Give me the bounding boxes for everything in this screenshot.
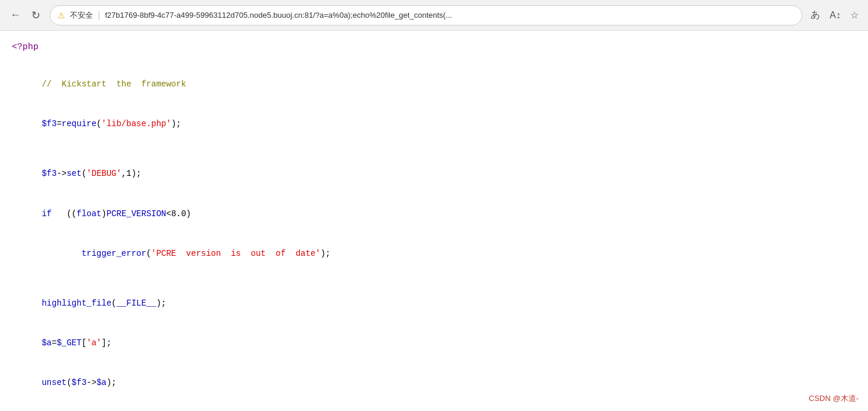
php-open-tag: <?php [12, 40, 856, 54]
lt-op: <8.0) [166, 209, 191, 219]
font-size-button[interactable]: A↕ [827, 8, 843, 23]
trigger-line: trigger_error('PCRE version is out of da… [12, 233, 856, 273]
bookmark-button[interactable]: ☆ [848, 7, 861, 23]
code-block: <?php // Kickstart the framework $f3=req… [12, 40, 856, 411]
set-fn: set [66, 169, 81, 178]
reload-button[interactable]: ↻ [27, 7, 44, 24]
nav-buttons: ← ↻ [7, 7, 44, 24]
assign-op: = [57, 119, 62, 129]
if-close: ) [101, 209, 106, 219]
comment-line: // Kickstart the framework [12, 65, 856, 104]
get-line: $a=$_GET['a']; [12, 323, 856, 362]
file-const: __FILE__ [116, 298, 156, 308]
unset-line: unset($f3->$a); [12, 363, 856, 403]
blank-line-4 [12, 403, 856, 411]
debug-string: 'DEBUG' [87, 169, 121, 178]
blank-line-3 [12, 273, 856, 283]
watermark: CSDN @木道- [809, 393, 859, 404]
arrow2: -> [87, 378, 97, 387]
blank-line-2 [12, 144, 856, 154]
get-bracket: [ [82, 338, 87, 348]
unset-kw: unset [41, 378, 66, 387]
address-separator: | [98, 10, 100, 21]
arrow1: -> [57, 169, 67, 178]
browser-actions: あ A↕ ☆ [808, 7, 861, 24]
get-end: ]; [101, 338, 111, 348]
browser-chrome: ← ↻ ⚠ 不安全 | f27b1769-8bf9-4c77-a499-5996… [0, 0, 868, 31]
trigger-fn: trigger_error [82, 249, 146, 258]
set-debug-line: $f3->set('DEBUG',1); [12, 154, 856, 194]
if-kw: if [41, 209, 52, 219]
highlight-fn: highlight_file [41, 298, 111, 308]
security-label: 不安全 [70, 10, 93, 21]
blank-line-1 [12, 54, 856, 65]
float-kw: float [76, 209, 101, 219]
get-key: 'a' [87, 338, 101, 348]
trigger-indent [41, 249, 81, 258]
require-line: $f3=require('lib/base.php'); [12, 104, 856, 144]
var-f3-set: $f3 [41, 169, 56, 178]
require-kw: require [62, 119, 97, 129]
trigger-str: 'PCRE version is out of date' [151, 249, 321, 258]
pcre-const: PCRE_VERSION [107, 209, 166, 219]
paren-open: ( [97, 119, 101, 129]
get-assign: = [52, 338, 56, 348]
lib-string: 'lib/base.php' [101, 119, 171, 129]
if-line: if ((float)PCRE_VERSION<8.0) [12, 194, 856, 233]
highlight-end: ); [156, 298, 166, 308]
if-spaces: (( [52, 209, 76, 219]
unset-paren: ( [66, 378, 71, 387]
page-content: <?php // Kickstart the framework $f3=req… [0, 31, 868, 411]
set-paren: ( [82, 169, 87, 178]
var-f3-unset: $f3 [72, 378, 87, 387]
comment-text: // Kickstart the framework [41, 79, 186, 89]
lang-button[interactable]: あ [808, 7, 822, 24]
back-button[interactable]: ← [7, 7, 24, 24]
address-bar[interactable]: ⚠ 不安全 | f27b1769-8bf9-4c77-a499-59963112… [50, 5, 802, 25]
trigger-end: ); [321, 249, 331, 258]
var-a-unset: $a [97, 378, 107, 387]
set-val: 1); [126, 169, 141, 178]
paren-close: ); [171, 119, 181, 129]
var-get: $_GET [57, 338, 82, 348]
unset-end: ); [107, 378, 117, 387]
var-f3: $f3 [41, 119, 56, 129]
trigger-paren: ( [146, 249, 151, 258]
url-text: f27b1769-8bf9-4c77-a499-59963112d705.nod… [105, 11, 795, 20]
var-a: $a [41, 338, 52, 348]
security-warning-icon: ⚠ [57, 11, 65, 20]
highlight-line: highlight_file(__FILE__); [12, 283, 856, 323]
